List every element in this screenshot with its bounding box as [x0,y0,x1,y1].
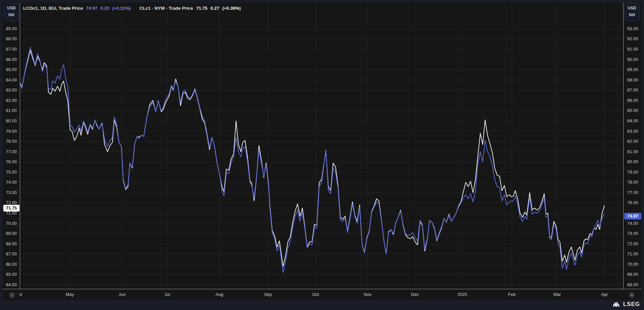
left-axis-tick: 76.00 [3,159,19,165]
left-axis-tick: 86.00 [3,57,19,62]
time-axis-label: Nov [364,292,371,297]
right-axis-unit-box[interactable]: USD bbl [625,3,639,21]
time-axis-label: Jul [165,292,170,297]
left-unit-currency: USD [4,6,18,10]
footer-strip: LSEG [0,300,644,310]
right-axis-tick: 70.00 [625,262,641,267]
time-axis-label: Apr [601,292,608,297]
left-axis-tick: 66.00 [3,262,19,267]
left-axis-tick: 70.00 [3,221,19,226]
legend-clc1-pct: (+0.38%) [222,6,241,11]
legend-lcoc1-name: LCOc1, 1D, IEU, Trade Price [23,6,83,11]
left-axis-tick: 78.00 [3,139,19,144]
left-axis-tick: 83.00 [3,87,19,93]
brand-name: LSEG [623,301,640,308]
left-axis-tick: 74.00 [3,180,19,185]
left-axis-tick: 73.00 [3,190,19,195]
lseg-crest-icon [612,301,621,308]
right-axis-tick: 88.00 [625,77,641,83]
time-axis-label: Sep [264,292,272,297]
right-axis-tick: 82.00 [625,139,641,144]
left-axis-tick: 80.00 [3,118,19,124]
legend-lcoc1-change: 0.23 [100,6,109,11]
left-axis-tick: 68.00 [3,241,19,247]
left-axis-tick: 89.00 [3,26,19,32]
time-axis[interactable]: AprMayJunJulAugSepOctNovDec2025FebMarApr [19,289,625,300]
left-axis-tick: 81.00 [3,108,19,113]
time-axis-label: Mar [553,292,561,297]
right-axis-tick: 93.00 [625,26,641,32]
legend-lcoc1-values: 74.97 0.23 (+0.31%) [86,6,131,11]
left-axis-unit-box[interactable]: USD bbl [4,3,19,21]
timezone-badge[interactable]: Z [9,292,15,298]
right-axis-tick: 84.00 [625,118,641,124]
right-last-price-badge: 74.97 [624,213,641,220]
right-axis-tick: 90.00 [625,57,641,62]
left-unit-per: bbl [4,12,18,17]
right-axis-tick: 87.00 [625,87,641,93]
right-axis-tick: 69.00 [625,272,641,277]
auto-scale-badge[interactable]: A [629,292,635,298]
time-axis-label: Feb [508,292,516,297]
left-axis-tick: 82.00 [3,98,19,103]
left-last-price-badge: 71.75 [3,205,19,211]
right-axis-tick: 91.00 [625,47,641,52]
time-axis-label: Dec [411,292,419,297]
legend: LCOc1, 1D, IEU, Trade Price 74.97 0.23 (… [23,4,241,12]
chart-panel[interactable]: 89.0088.0087.0086.0085.0084.0083.0082.00… [3,3,641,300]
left-axis-tick: 85.00 [3,67,19,72]
right-axis-tick: 76.00 [625,200,641,205]
right-axis-tick: 81.00 [625,149,641,154]
right-axis-tick: 74.00 [625,221,641,226]
left-axis-line [20,3,20,289]
legend-lcoc1-last: 74.97 [86,6,98,11]
left-axis-tick: 79.00 [3,129,19,134]
legend-item-clc1[interactable]: CLc1 · NYM · Trade Price 71.75 0.27 (+0.… [140,6,241,11]
legend-clc1-change: 0.27 [210,6,219,11]
left-axis-tick: 64.00 [3,282,19,288]
right-axis-tick: 79.00 [625,170,641,175]
legend-lcoc1-pct: (+0.31%) [112,6,131,11]
price-chart-canvas[interactable] [20,3,623,289]
right-price-axis[interactable]: 93.0092.0091.0090.0089.0088.0087.0086.00… [625,3,641,289]
right-axis-line [623,3,624,289]
right-axis-tick: 89.00 [625,67,641,72]
right-axis-tick: 68.00 [625,282,641,288]
time-axis-label: Aug [215,292,223,297]
left-axis-tick: 67.00 [3,251,19,257]
right-axis-tick: 72.00 [625,241,641,247]
time-axis-label: Jun [119,292,126,297]
right-axis-tick: 71.00 [625,251,641,257]
legend-clc1-name: CLc1 · NYM · Trade Price [140,6,193,11]
time-axis-label: Oct [312,292,319,297]
legend-clc1-values: 71.75 0.27 (+0.38%) [196,6,241,11]
chart-application: 89.0088.0087.0086.0085.0084.0083.0082.00… [0,0,644,310]
time-axis-label: 2025 [457,292,467,297]
right-axis-tick: 83.00 [625,129,641,134]
right-axis-tick: 85.00 [625,108,641,113]
right-axis-tick: 86.00 [625,98,641,103]
legend-item-lcoc1[interactable]: LCOc1, 1D, IEU, Trade Price 74.97 0.23 (… [23,6,131,11]
plot-area[interactable] [20,3,623,289]
left-axis-tick: 77.00 [3,149,19,154]
time-axis-label: May [66,292,74,297]
right-axis-tick: 78.00 [625,180,641,185]
left-axis-tick: 69.00 [3,231,19,236]
left-axis-tick: 84.00 [3,77,19,83]
right-unit-per: bbl [625,12,639,17]
plot-background [20,3,623,289]
left-axis-tick: 65.00 [3,272,19,277]
right-axis-tick: 92.00 [625,36,641,42]
time-axis-label: Apr [19,292,22,297]
left-axis-tick: 88.00 [3,36,19,42]
left-axis-tick: 75.00 [3,170,19,175]
brand-logo: LSEG [612,301,640,308]
left-price-axis[interactable]: 89.0088.0087.0086.0085.0084.0083.0082.00… [3,3,19,289]
legend-clc1-last: 71.75 [196,6,208,11]
right-axis-tick: 77.00 [625,190,641,195]
right-axis-tick: 80.00 [625,159,641,165]
right-axis-tick: 73.00 [625,231,641,236]
left-axis-tick: 87.00 [3,47,19,52]
right-unit-currency: USD [625,6,639,10]
